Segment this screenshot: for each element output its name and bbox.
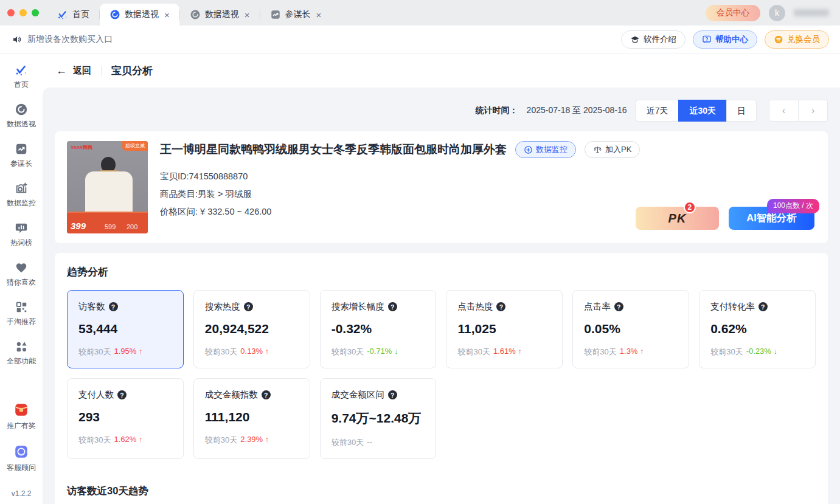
metric-value: 53,444 bbox=[78, 322, 172, 336]
metric-card-gmv-index[interactable]: 成交金额指数? 111,120 较前30天2.39% ↑ bbox=[193, 378, 310, 459]
metric-label: 支付人数 bbox=[78, 389, 114, 401]
help-icon[interactable]: ? bbox=[117, 390, 127, 399]
headset-icon bbox=[13, 444, 29, 460]
button-label: 兑换会员 bbox=[787, 34, 820, 45]
tab-close-icon[interactable]: × bbox=[316, 10, 322, 20]
window-zoom-button[interactable] bbox=[32, 9, 39, 16]
sidebar-item-label: 热词榜 bbox=[10, 238, 32, 248]
button-label: 帮助中心 bbox=[715, 34, 748, 45]
product-image-price-coupon: 200 bbox=[127, 223, 137, 230]
trend-chart-icon bbox=[15, 142, 28, 156]
help-icon[interactable]: ? bbox=[388, 302, 397, 311]
brand-check-icon bbox=[15, 63, 28, 77]
tab-data-insight-2[interactable]: 数据透视 × bbox=[180, 4, 260, 26]
tab-strategist[interactable]: 参谋长 × bbox=[260, 4, 331, 26]
help-icon[interactable]: ? bbox=[758, 302, 768, 311]
metric-card-click-rate[interactable]: 点击率? 0.05% 较前30天1.3% ↑ bbox=[572, 290, 689, 368]
tab-close-icon[interactable]: × bbox=[164, 10, 170, 20]
tab-home[interactable]: 首页 bbox=[47, 4, 99, 26]
range-option-day[interactable]: 日 bbox=[726, 100, 757, 122]
qr-grid-icon bbox=[15, 300, 28, 314]
help-icon[interactable]: ? bbox=[262, 390, 271, 399]
help-icon[interactable]: ? bbox=[614, 302, 623, 311]
redeem-member-button[interactable]: 兑换会员 bbox=[765, 30, 829, 49]
ai-button-label: AI智能分析 bbox=[746, 212, 797, 223]
button-label: 数据监控 bbox=[536, 144, 568, 155]
sidebar-item-data-monitor[interactable]: 数据监控 bbox=[0, 182, 43, 209]
metric-value: 11,025 bbox=[457, 322, 551, 336]
avatar[interactable]: k bbox=[769, 5, 785, 21]
help-icon[interactable]: ? bbox=[109, 302, 118, 311]
page-header: ← 返回 宝贝分析 bbox=[43, 54, 840, 88]
tab-close-icon[interactable]: × bbox=[245, 10, 250, 20]
sidebar-item-guess-you-like[interactable]: 猜你喜欢 bbox=[0, 261, 43, 288]
product-title: 王一博明星同款鸭鸭羽绒服男女士冬季反季韩版面包服时尚加厚外套 bbox=[160, 142, 507, 157]
software-intro-button[interactable]: 软件介绍 bbox=[621, 30, 686, 49]
compass-icon bbox=[15, 103, 28, 116]
metric-change: -- bbox=[367, 437, 372, 448]
data-monitor-button[interactable]: 数据监控 bbox=[515, 141, 576, 158]
username-blurred bbox=[794, 9, 829, 16]
heart-icon bbox=[15, 261, 28, 274]
metric-card-gmv-range[interactable]: 成交金额区间? 9.74万~12.48万 较前30天-- bbox=[320, 378, 437, 459]
metric-card-search-heat[interactable]: 搜索热度? 20,924,522 较前30天0.13% ↑ bbox=[193, 290, 310, 368]
metric-label: 成交金额指数 bbox=[205, 389, 258, 401]
metric-card-payers[interactable]: 支付人数? 293 较前30天1.62% ↑ bbox=[67, 378, 184, 459]
sidebar-item-all-functions[interactable]: 全部功能 bbox=[0, 340, 43, 367]
metric-value: 293 bbox=[78, 410, 172, 424]
metric-card-click-heat[interactable]: 点击热度? 11,025 较前30天1.61% ↑ bbox=[446, 290, 563, 368]
coin-icon bbox=[774, 35, 783, 44]
window-minimize-button[interactable] bbox=[19, 9, 27, 16]
metric-label: 访客数 bbox=[78, 301, 105, 312]
trend-chart-icon bbox=[270, 9, 281, 20]
metric-card-visitors[interactable]: 访客数? 53,444 较前30天1.95% ↑ bbox=[67, 290, 184, 368]
window-close-button[interactable] bbox=[7, 9, 15, 16]
metric-label: 搜索热度 bbox=[205, 301, 240, 312]
pk-button[interactable]: PK 2 bbox=[636, 207, 719, 230]
member-center-button[interactable]: 会员中心 bbox=[706, 5, 760, 21]
help-icon[interactable]: ? bbox=[496, 302, 505, 311]
button-label: 加入PK bbox=[605, 144, 631, 155]
range-option-30d[interactable]: 近30天 bbox=[678, 100, 727, 122]
tab-label: 首页 bbox=[72, 9, 89, 20]
help-center-button[interactable]: 帮助中心 bbox=[693, 30, 757, 49]
sidebar-item-shoutao-recommend[interactable]: 手淘推荐 bbox=[0, 300, 43, 327]
sidebar-item-data-insight[interactable]: 数据透视 bbox=[0, 103, 43, 129]
stat-time-range[interactable]: 2025-07-18 至 2025-08-16 bbox=[527, 105, 627, 116]
join-pk-button[interactable]: 加入PK bbox=[585, 141, 640, 158]
sidebar-item-customer-service[interactable]: 客服顾问 bbox=[0, 444, 43, 473]
ai-analysis-button[interactable]: AI智能分析 100点数 / 次 bbox=[729, 207, 814, 230]
help-icon[interactable]: ? bbox=[244, 302, 253, 311]
range-option-7d[interactable]: 近7天 bbox=[636, 100, 679, 122]
notice-text[interactable]: 新增设备次数购买入口 bbox=[27, 34, 113, 45]
help-icon[interactable]: ? bbox=[388, 390, 397, 399]
compare-prefix: 较前30天 bbox=[584, 347, 616, 357]
trend-section-title: 趋势分析 bbox=[67, 265, 816, 279]
date-pager: ‹ › bbox=[769, 100, 828, 122]
product-category: 商品类目:男装 > 羽绒服 bbox=[160, 185, 816, 203]
back-arrow-icon[interactable]: ← bbox=[56, 64, 67, 77]
metric-change: -0.71% ↓ bbox=[367, 347, 398, 357]
compare-prefix: 较前30天 bbox=[457, 347, 490, 357]
compare-prefix: 较前30天 bbox=[78, 435, 111, 446]
sidebar-item-hot-words[interactable]: 热词榜 bbox=[0, 221, 43, 248]
product-image-ribbon: 超级立减 bbox=[122, 141, 148, 151]
back-button[interactable]: 返回 bbox=[73, 65, 91, 77]
metric-card-search-growth[interactable]: 搜索增长幅度? -0.32% 较前30天-0.71% ↓ bbox=[320, 290, 437, 368]
sidebar-item-strategist[interactable]: 参谋长 bbox=[0, 142, 43, 169]
product-image[interactable]: YAYA鸭鸭 超级立减 399 599 200 bbox=[67, 141, 148, 233]
metric-value: 9.74万~12.48万 bbox=[331, 410, 425, 427]
sidebar-item-label: 数据监控 bbox=[7, 198, 36, 209]
sidebar-item-label: 猜你喜欢 bbox=[7, 277, 36, 288]
compare-prefix: 较前30天 bbox=[78, 347, 111, 357]
sidebar-item-promo-reward[interactable]: 推广有奖 bbox=[0, 402, 43, 431]
metric-card-pay-conversion[interactable]: 支付转化率? 0.62% 较前30天-0.23% ↓ bbox=[699, 290, 816, 368]
prev-period-button[interactable]: ‹ bbox=[769, 100, 799, 122]
header-divider bbox=[101, 66, 102, 75]
next-period-button[interactable]: › bbox=[798, 100, 828, 122]
tab-data-insight-active[interactable]: 数据透视 × bbox=[100, 4, 179, 26]
sidebar-item-home[interactable]: 首页 bbox=[0, 63, 43, 90]
sidebar-item-label: 客服顾问 bbox=[7, 463, 36, 473]
metric-grid: 访客数? 53,444 较前30天1.95% ↑ 搜索热度? 20,924,52… bbox=[67, 290, 816, 459]
help-chat-icon bbox=[702, 35, 712, 44]
